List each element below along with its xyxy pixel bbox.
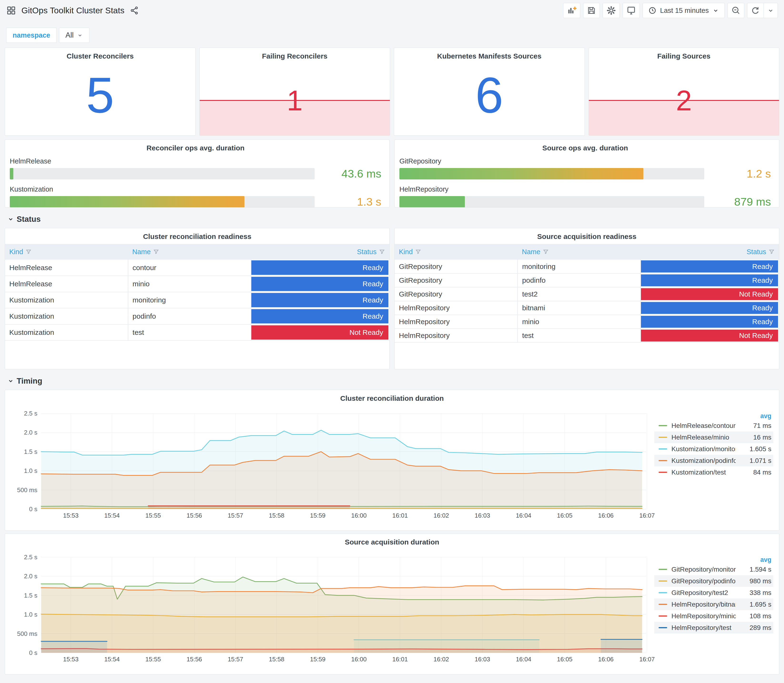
legend-row: GitRepository/test2338 ms bbox=[654, 587, 773, 598]
legend-series-name[interactable]: HelmRepository/minio bbox=[672, 612, 736, 620]
legend-series-name[interactable]: Kustomization/monitoring bbox=[672, 445, 736, 453]
chart-panel-cluster-reconciliation-duration: Cluster reconciliation duration0 s500 ms… bbox=[5, 390, 779, 531]
chart-legend: avgGitRepository/monitoring1.594 sGitRep… bbox=[647, 548, 776, 667]
refresh-interval-dropdown[interactable] bbox=[763, 3, 778, 18]
stat-panel-kubernetes-manifests-sources: Kubernetes Manifests Sources6 bbox=[394, 48, 585, 136]
legend-series-name[interactable]: HelmRelease/minio bbox=[672, 434, 736, 441]
stat-value: 2 bbox=[589, 86, 779, 115]
legend-avg-header[interactable]: avg bbox=[654, 556, 773, 564]
gauge-track bbox=[10, 196, 315, 207]
column-header-inner: Status bbox=[645, 248, 775, 256]
panel-title[interactable]: Failing Sources bbox=[589, 48, 779, 60]
gauge-track bbox=[399, 168, 704, 180]
legend-series-name[interactable]: HelmRepository/bitnami bbox=[672, 601, 736, 608]
column-header-inner: Kind bbox=[9, 248, 124, 256]
legend-swatch bbox=[659, 580, 667, 582]
x-axis: 15:5315:5415:5515:5615:5715:5815:5916:00… bbox=[41, 656, 646, 664]
column-header-kind[interactable]: Kind bbox=[5, 244, 128, 260]
column-header-status[interactable]: Status bbox=[641, 244, 779, 260]
y-tick-label: 2.0 s bbox=[24, 572, 37, 580]
panel-title[interactable]: Cluster Reconcilers bbox=[5, 48, 196, 60]
status-badge: Not Ready bbox=[641, 288, 778, 300]
filter-icon[interactable] bbox=[768, 249, 775, 255]
panel-title[interactable]: Kubernetes Manifests Sources bbox=[394, 48, 585, 60]
column-header-name[interactable]: Name bbox=[128, 244, 251, 260]
column-header-status[interactable]: Status bbox=[251, 244, 390, 260]
panel-title[interactable]: Reconciler ops avg. duration bbox=[10, 140, 381, 152]
save-dashboard-button[interactable] bbox=[583, 3, 600, 18]
cell-status: Not Ready bbox=[641, 329, 779, 342]
refresh-button[interactable] bbox=[747, 3, 764, 18]
filter-icon[interactable] bbox=[153, 249, 159, 255]
table-row: GitRepositorymonitoringReady bbox=[394, 260, 779, 273]
cell-kind: HelmRepository bbox=[394, 329, 518, 342]
variable-namespace-value-dropdown[interactable]: All bbox=[59, 27, 90, 43]
x-axis: 15:5315:5415:5515:5615:5715:5815:5916:00… bbox=[41, 512, 646, 520]
chevron-down-icon bbox=[7, 216, 14, 223]
y-tick-label: 1.5 s bbox=[24, 592, 37, 599]
legend-series-name[interactable]: HelmRepository/test bbox=[672, 624, 736, 632]
filter-icon[interactable] bbox=[379, 249, 385, 255]
v-gridline bbox=[647, 557, 647, 653]
time-range-picker[interactable]: Last 15 minutes bbox=[643, 3, 725, 18]
legend-avg-header[interactable]: avg bbox=[654, 412, 773, 420]
add-panel-button[interactable] bbox=[563, 3, 580, 18]
status-badge: Ready bbox=[251, 277, 388, 291]
cell-kind: GitRepository bbox=[394, 260, 518, 273]
x-tick-label: 15:55 bbox=[146, 512, 161, 519]
legend-series-name[interactable]: GitRepository/test2 bbox=[672, 589, 736, 596]
y-tick-label: 0 s bbox=[29, 505, 37, 513]
panel-title[interactable]: Cluster reconciliation duration bbox=[5, 390, 779, 402]
x-tick-label: 16:04 bbox=[516, 512, 531, 519]
panel-title[interactable]: Source ops avg. duration bbox=[399, 140, 771, 152]
section-timing-toggle[interactable]: Timing bbox=[7, 377, 779, 386]
series-fill-helmrepository-test bbox=[41, 641, 107, 653]
variable-namespace-label: namespace bbox=[6, 27, 57, 43]
legend-row: Kustomization/test84 ms bbox=[654, 467, 773, 478]
share-icon[interactable] bbox=[130, 6, 139, 15]
column-header-kind[interactable]: Kind bbox=[394, 244, 518, 260]
legend-series-name[interactable]: Kustomization/test bbox=[672, 468, 736, 476]
gauge-panels-row: Reconciler ops avg. durationHelmRelease4… bbox=[5, 139, 779, 207]
x-tick-label: 15:58 bbox=[269, 656, 284, 663]
cell-name: minio bbox=[518, 315, 641, 329]
panel-title[interactable]: Source acquisition duration bbox=[5, 534, 779, 546]
legend-series-name[interactable]: GitRepository/monitoring bbox=[672, 566, 736, 573]
y-tick-label: 2.5 s bbox=[24, 410, 37, 417]
gauge-label: HelmRepository bbox=[399, 185, 771, 193]
legend-series-name[interactable]: HelmRelease/contour bbox=[672, 422, 736, 430]
page-title[interactable]: GitOps Toolkit Cluster Stats bbox=[21, 6, 125, 15]
y-tick-label: 1.0 s bbox=[24, 467, 37, 475]
gauge-row: 1.2 s bbox=[399, 167, 771, 180]
cell-name: test bbox=[518, 329, 641, 342]
column-header-name[interactable]: Name bbox=[518, 244, 641, 260]
dashboards-grid-icon[interactable] bbox=[6, 5, 16, 16]
status-badge: Ready bbox=[641, 302, 778, 314]
status-badge: Ready bbox=[641, 260, 778, 273]
filter-icon[interactable] bbox=[543, 249, 549, 255]
legend-series-name[interactable]: GitRepository/podinfo bbox=[672, 577, 736, 585]
filter-icon[interactable] bbox=[415, 249, 421, 255]
dashboard-settings-button[interactable] bbox=[603, 3, 620, 18]
status-badge: Not Ready bbox=[641, 330, 778, 342]
filter-icon[interactable] bbox=[26, 249, 32, 255]
column-header-label: Status bbox=[747, 248, 766, 256]
legend-series-name[interactable]: Kustomization/podinfo bbox=[672, 457, 736, 465]
plot-region: 0 s500 ms1.0 s1.5 s2.0 s2.5 s15:5315:541… bbox=[11, 548, 647, 667]
gauge-value: 879 ms bbox=[712, 195, 771, 207]
cell-status: Ready bbox=[641, 273, 779, 287]
section-status-toggle[interactable]: Status bbox=[7, 215, 779, 224]
x-tick-label: 16:03 bbox=[475, 656, 490, 663]
legend-avg-value: 84 ms bbox=[736, 468, 771, 476]
x-tick-label: 16:01 bbox=[392, 656, 408, 663]
legend-row: Kustomization/podinfo1.071 s bbox=[654, 455, 773, 467]
zoom-out-button[interactable] bbox=[728, 3, 744, 18]
tv-mode-button[interactable] bbox=[623, 3, 640, 18]
panel-title[interactable]: Cluster reconciliation readiness bbox=[5, 228, 390, 240]
x-tick-label: 15:57 bbox=[228, 512, 243, 519]
panel-title[interactable]: Failing Reconcilers bbox=[200, 48, 390, 60]
gauge-fill bbox=[399, 196, 465, 207]
panel-title[interactable]: Source acquisition readiness bbox=[394, 228, 779, 240]
x-tick-label: 16:06 bbox=[598, 512, 614, 519]
cell-kind: Kustomization bbox=[5, 292, 128, 308]
